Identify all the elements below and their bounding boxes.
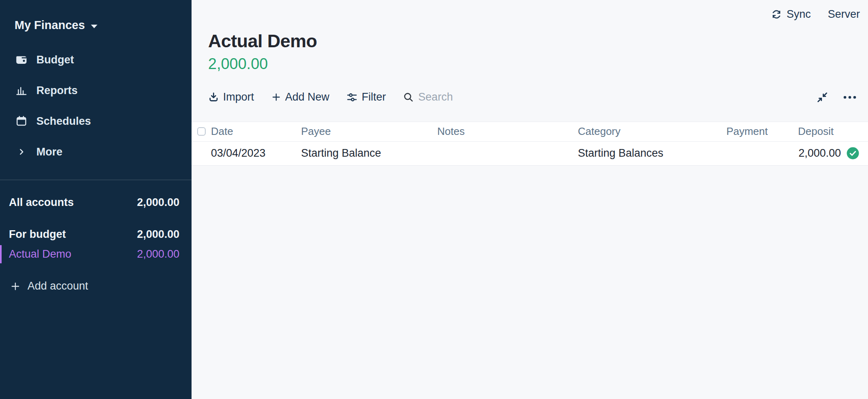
account-menu-ellipsis-button[interactable] <box>842 92 857 103</box>
sidebar-item-label: Reports <box>36 84 78 97</box>
select-all-cell <box>192 127 211 136</box>
sidebar-item-reports[interactable]: Reports <box>0 75 192 106</box>
all-accounts-row[interactable]: All accounts 2,000.00 <box>0 193 192 212</box>
column-header-category[interactable]: Category <box>578 125 695 138</box>
cleared-check-circle-icon[interactable] <box>847 147 859 160</box>
sidebar-item-label: More <box>36 146 63 158</box>
sidebar-item-label: Budget <box>36 54 74 66</box>
account-title: Actual Demo <box>208 32 868 51</box>
column-header-payee[interactable]: Payee <box>301 125 437 138</box>
account-name: Actual Demo <box>9 248 72 260</box>
collapse-transactions-button[interactable] <box>816 91 828 103</box>
sync-icon <box>771 9 782 20</box>
row-payee[interactable]: Starting Balance <box>301 147 437 160</box>
all-accounts-amount: 2,000.00 <box>137 196 179 209</box>
wallet-icon <box>13 53 29 66</box>
column-header-payment[interactable]: Payment <box>695 125 768 138</box>
sidebar-item-schedules[interactable]: Schedules <box>0 106 192 136</box>
caret-down-icon <box>91 25 97 28</box>
search-box <box>403 91 483 103</box>
bar-chart-icon <box>13 84 29 97</box>
transaction-row[interactable]: 03/04/2023 Starting Balance Starting Bal… <box>192 142 868 166</box>
row-date[interactable]: 03/04/2023 <box>211 147 301 160</box>
add-new-label: Add New <box>285 91 330 103</box>
budget-file-name: My Finances <box>15 19 85 32</box>
page-header: Actual Demo 2,000.00 <box>192 32 868 71</box>
server-label: Server <box>828 8 860 21</box>
server-button[interactable]: Server <box>828 8 860 21</box>
filter-label: Filter <box>362 91 386 103</box>
transactions-table: Date Payee Notes Category Payment Deposi… <box>192 122 868 166</box>
sidebar-item-more[interactable]: More <box>0 136 192 167</box>
select-all-checkbox[interactable] <box>197 127 206 136</box>
import-label: Import <box>223 91 254 103</box>
filter-sliders-icon <box>346 92 358 103</box>
sidebar: My Finances Budget <box>0 0 192 399</box>
filter-button[interactable]: Filter <box>346 91 386 103</box>
plus-icon <box>271 92 281 102</box>
account-amount: 2,000.00 <box>137 248 179 260</box>
add-account-button[interactable]: Add account <box>0 276 192 296</box>
calendar-icon <box>13 115 29 127</box>
row-status-cell <box>843 147 868 160</box>
all-accounts-label: All accounts <box>9 196 74 209</box>
account-toolbar: Import Add New <box>192 88 868 107</box>
sidebar-item-budget[interactable]: Budget <box>0 44 192 75</box>
sync-button[interactable]: Sync <box>771 8 811 21</box>
selected-account-indicator <box>0 245 2 263</box>
add-new-button[interactable]: Add New <box>271 91 330 103</box>
row-deposit[interactable]: 2,000.00 <box>768 147 843 160</box>
app-window: My Finances Budget <box>0 0 868 399</box>
sync-label: Sync <box>786 8 811 21</box>
toolbar-right <box>816 91 857 103</box>
column-header-notes[interactable]: Notes <box>437 125 578 138</box>
search-input[interactable] <box>418 91 483 103</box>
for-budget-group-row[interactable]: For budget 2,000.00 <box>0 225 192 244</box>
add-account-label: Add account <box>27 280 88 292</box>
sidebar-nav: Budget Reports <box>0 44 192 167</box>
import-button[interactable]: Import <box>208 91 254 103</box>
accounts-spacer <box>0 212 192 225</box>
table-header-row: Date Payee Notes Category Payment Deposi… <box>192 122 868 142</box>
budget-file-menu[interactable]: My Finances <box>0 0 97 32</box>
for-budget-amount: 2,000.00 <box>137 228 179 241</box>
sidebar-item-label: Schedules <box>36 115 91 128</box>
row-category[interactable]: Starting Balances <box>578 147 695 160</box>
download-icon <box>208 92 219 103</box>
account-row-actual-demo[interactable]: Actual Demo 2,000.00 <box>0 244 192 264</box>
main-content: Sync Server Actual Demo 2,000.00 <box>192 0 868 399</box>
for-budget-label: For budget <box>9 228 66 241</box>
column-header-deposit[interactable]: Deposit <box>768 125 843 138</box>
column-header-date[interactable]: Date <box>211 125 301 138</box>
search-icon <box>403 92 414 103</box>
accounts-section: All accounts 2,000.00 For budget 2,000.0… <box>0 180 192 296</box>
plus-icon <box>10 281 21 292</box>
chevron-right-icon <box>13 148 29 156</box>
topbar: Sync Server <box>771 8 860 21</box>
account-balance: 2,000.00 <box>208 56 868 71</box>
toolbar-left: Import Add New <box>208 91 483 103</box>
